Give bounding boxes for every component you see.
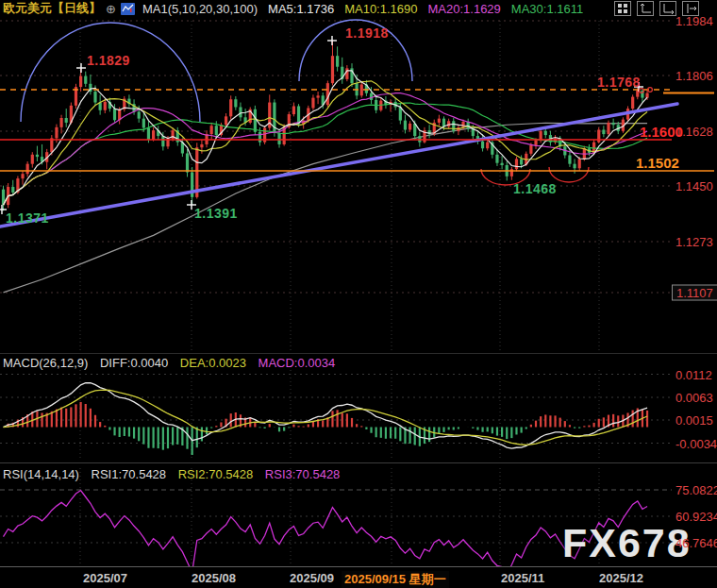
ma-value-label: MA20:1.1629	[428, 2, 501, 16]
rsi-axis-label: 60.9234	[675, 509, 717, 523]
macd-macd-value: MACD:0.0034	[258, 356, 336, 370]
symbol-title: 欧元美元	[3, 0, 52, 17]
macd-dea-value: DEA:0.0023	[180, 356, 246, 370]
rsi1-value: RSI1:70.5428	[92, 467, 167, 481]
annotation-label: 1.1768	[597, 75, 641, 90]
x-axis-crosshair-date: 2025/09/15 星期一	[342, 571, 449, 588]
annotation-label: 1.1371	[6, 210, 49, 226]
zoom-horizontal-icon[interactable]	[659, 1, 676, 16]
rsi3-value: RSI3:70.5428	[265, 467, 341, 481]
trading-chart-app: 欧元美元 【日线】 ⊕ MA1(5,10,20,30,100) MA5:1.17…	[0, 0, 717, 588]
macd-axis-label: 0.0112	[675, 367, 712, 381]
pan-icon[interactable]	[614, 1, 631, 16]
ma-value-label: MA30:1.1611	[511, 2, 583, 16]
mini-chart-icon[interactable]	[121, 3, 135, 15]
top-info-bar: 欧元美元 【日线】 ⊕ MA1(5,10,20,30,100) MA5:1.17…	[3, 0, 714, 17]
ma-value-label: MA5:1.1736	[268, 2, 334, 16]
price-line-label: 1.1502	[636, 155, 679, 171]
add-indicator-icon[interactable]: ⊕	[106, 2, 116, 16]
watermark: FX678	[562, 520, 692, 566]
ma-value-label: MA10:1.1690	[344, 2, 417, 16]
macd-title: MACD(26,12,9)	[3, 356, 88, 370]
annotation-label: 1.1829	[87, 53, 130, 68]
x-axis-label: 2025/07	[83, 571, 127, 585]
macd-diff-value: DIFF:0.0040	[100, 356, 168, 370]
annotation-label: 1.1391	[194, 206, 238, 221]
annotation-label: 1.1918	[345, 25, 389, 41]
macd-axis-label: 0.0063	[675, 391, 713, 405]
macd-axis-label: 0.0015	[675, 413, 713, 428]
macd-header: MACD(26,12,9) DIFF:0.0040 DEA:0.0023 MAC…	[3, 356, 343, 370]
y-axis-label: 1.1806	[675, 69, 713, 83]
period-label: 【日线】	[52, 0, 101, 17]
rsi-title: RSI(14,14,14)	[3, 467, 79, 481]
rsi-axis-label: 46.7646	[675, 535, 717, 549]
macd-axis-label: -0.0034	[675, 436, 717, 450]
shift-right-icon[interactable]	[682, 1, 699, 16]
rsi2-value: RSI2:70.5428	[178, 467, 254, 481]
y-axis-label: 1.1107	[672, 285, 717, 301]
rsi-header: RSI(14,14,14) RSI1:70.5428 RSI2:70.5428 …	[3, 467, 348, 481]
x-axis-label: 2025/09	[290, 571, 334, 585]
annotation-label: 1.1468	[513, 181, 557, 196]
x-axis-label: 2025/11	[501, 571, 544, 585]
zoom-vertical-icon[interactable]	[637, 1, 654, 16]
x-axis-label: 2025/08	[192, 571, 236, 585]
chart-toolbar	[614, 1, 699, 16]
x-axis-strip[interactable]: 2025/072025/082025/092025/09/15 星期一2025/…	[0, 566, 717, 588]
y-axis-label: 1.1273	[675, 235, 713, 249]
ma-values: MA5:1.1736MA10:1.1690MA20:1.1629MA30:1.1…	[258, 0, 583, 17]
price-line-label: 1.1600	[640, 124, 683, 140]
ma-settings-label: MA1(5,10,20,30,100)	[142, 2, 258, 16]
x-axis-label: 2025/12	[599, 571, 643, 585]
rsi-axis-label: 75.0822	[675, 483, 717, 497]
y-axis-label: 1.1450	[675, 179, 713, 193]
